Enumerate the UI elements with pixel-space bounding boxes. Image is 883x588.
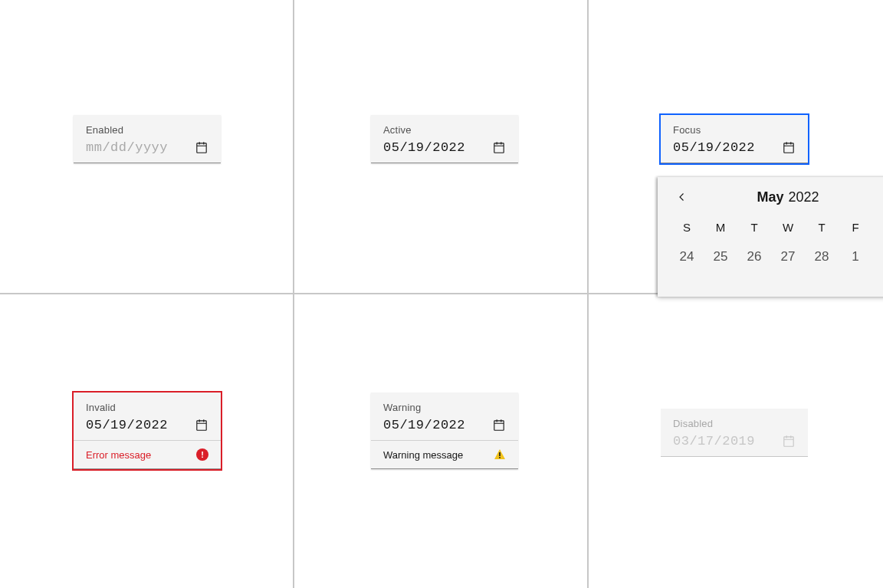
error-message: Error message xyxy=(86,449,151,461)
calendar-dow-row: S M T W T F S xyxy=(673,221,883,234)
field-label: Invalid xyxy=(86,402,208,413)
dow-cell: S xyxy=(875,221,883,234)
date-value[interactable]: 05/19/2022 xyxy=(86,418,168,432)
calendar-icon[interactable] xyxy=(782,141,796,155)
date-value[interactable]: 05/19/2022 xyxy=(383,418,465,432)
error-icon: ! xyxy=(196,448,208,461)
datepicker-disabled: Disabled 03/17/2019 xyxy=(661,409,808,457)
dow-cell: M xyxy=(707,221,734,234)
day-cell[interactable]: 1 xyxy=(842,249,869,264)
warning-message-row: Warning message xyxy=(371,440,518,468)
datepicker-focus[interactable]: Focus 05/19/2022 xyxy=(661,115,808,163)
date-value[interactable]: 05/19/2022 xyxy=(383,140,465,155)
calendar-year: 2022 xyxy=(788,189,819,205)
dow-cell: S xyxy=(673,221,701,234)
calendar-week-row: 24 25 26 27 28 1 2 xyxy=(673,249,883,264)
dow-cell: W xyxy=(774,221,802,234)
date-value[interactable]: 05/19/2022 xyxy=(673,140,755,155)
day-cell[interactable]: 2 xyxy=(875,249,883,264)
calendar-icon[interactable] xyxy=(195,141,208,155)
datepicker-enabled[interactable]: Enabled mm/dd/yyyy xyxy=(74,115,221,163)
field-label: Enabled xyxy=(86,124,208,136)
date-placeholder[interactable]: mm/dd/yyyy xyxy=(86,140,168,155)
calendar-icon[interactable] xyxy=(492,141,506,155)
calendar-icon xyxy=(782,435,796,448)
calendar-month: May xyxy=(757,189,783,205)
field-label: Disabled xyxy=(673,418,796,429)
datepicker-invalid[interactable]: Invalid 05/19/2022 Error message ! xyxy=(74,393,221,469)
warning-message: Warning message xyxy=(383,449,463,461)
day-cell[interactable]: 24 xyxy=(673,249,701,264)
date-value: 03/17/2019 xyxy=(673,434,755,448)
calendar-popover[interactable]: May2022 › S M T W T F S 24 25 26 27 28 1… xyxy=(658,177,883,297)
dow-cell: F xyxy=(842,221,869,234)
day-cell[interactable]: 26 xyxy=(740,249,768,264)
error-message-row: Error message ! xyxy=(74,440,221,468)
datepicker-warning[interactable]: Warning 05/19/2022 Warning message xyxy=(371,393,518,469)
dow-cell: T xyxy=(740,221,768,234)
day-cell[interactable]: 27 xyxy=(774,249,802,264)
dow-cell: T xyxy=(808,221,835,234)
svg-rect-2 xyxy=(499,457,501,458)
calendar-icon[interactable] xyxy=(195,419,208,432)
field-label: Active xyxy=(383,124,506,136)
warning-icon xyxy=(494,448,506,461)
calendar-icon[interactable] xyxy=(492,419,506,432)
day-cell[interactable]: 28 xyxy=(808,249,835,264)
field-label: Focus xyxy=(673,124,796,136)
field-label: Warning xyxy=(383,402,506,413)
calendar-title: May2022 xyxy=(757,189,819,205)
svg-rect-1 xyxy=(499,452,501,456)
datepicker-active[interactable]: Active 05/19/2022 xyxy=(371,115,518,163)
prev-month-button[interactable] xyxy=(673,189,691,205)
day-cell[interactable]: 25 xyxy=(707,249,734,264)
